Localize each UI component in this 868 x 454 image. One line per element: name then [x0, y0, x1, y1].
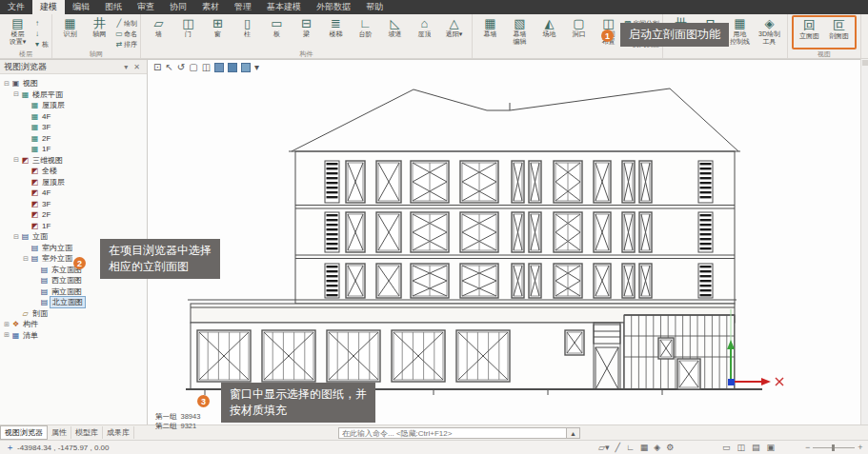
section-view-button[interactable]: 叵剖面图 [824, 17, 854, 48]
tree-expander-icon[interactable]: ⊟ [12, 233, 20, 241]
grid-label: 轴网 [93, 30, 107, 38]
panel-tab-属性[interactable]: 属性 [48, 426, 71, 439]
opening-button[interactable]: ▢洞口 [564, 15, 594, 49]
tree-item-屋顶层[interactable]: ◩屋顶层 [0, 177, 147, 188]
step-1-text: 启动立剖面图功能 [629, 27, 720, 43]
drawing-aid-icon-5[interactable]: ⚙ [666, 443, 674, 452]
zoom-out-button[interactable]: − [805, 443, 810, 452]
panel-tab-成果库[interactable]: 成果库 [103, 426, 134, 439]
tree-item-1F[interactable]: ◩1F [0, 221, 147, 232]
tree-item-3F[interactable]: ◩3F [0, 199, 147, 210]
tree-item-4F[interactable]: ◩4F [0, 188, 147, 199]
menu-tab-文件[interactable]: 文件 [0, 0, 32, 14]
tree-item-label: 北立面图 [50, 296, 86, 308]
menu-tab-协同[interactable]: 协同 [162, 0, 194, 14]
slab-button[interactable]: ▭板 [262, 15, 292, 49]
tree-item-楼层平面[interactable]: ⊟▦楼层平面 [0, 89, 147, 101]
menu-tab-基本建模[interactable]: 基本建模 [259, 0, 309, 14]
beam-button[interactable]: ⊟梁 [292, 15, 321, 49]
tree-expander-icon[interactable]: ⊟ [3, 80, 10, 88]
panel-pin-icon[interactable]: ▾ [121, 63, 131, 71]
door-button[interactable]: ◫门 [173, 15, 203, 49]
zoom-slider-track[interactable] [813, 447, 855, 448]
roof-button[interactable]: ⌂屋顶 [410, 15, 439, 49]
steps-button[interactable]: ∟台阶 [351, 15, 380, 49]
elevation-view-button[interactable]: 回立面图 [795, 17, 824, 48]
sort-button[interactable]: ⇄排序 [114, 39, 137, 49]
floor-down-button[interactable]: ↓ [32, 29, 49, 39]
menu-tab-管理[interactable]: 管理 [227, 0, 259, 14]
drawing-aid-icon-4[interactable]: ◈ [654, 443, 660, 452]
zoom-slider[interactable]: − + [805, 443, 863, 452]
zoom-in-button[interactable]: + [858, 443, 862, 452]
zoom-slider-thumb[interactable] [832, 444, 835, 451]
tree-item-剖面[interactable]: ▱剖面 [0, 308, 147, 320]
menu-tab-审查[interactable]: 审查 [130, 0, 162, 14]
tree-item-4F[interactable]: ▦4F [0, 111, 147, 123]
draw-button[interactable]: ╱绘制 [114, 18, 137, 29]
stair-icon: ≣ [331, 17, 341, 30]
grid-icon: 井 [93, 17, 106, 30]
command-input[interactable] [338, 427, 567, 439]
tree-item-2F[interactable]: ◩2F [0, 209, 147, 221]
command-expand-button[interactable]: ▲ [567, 427, 580, 439]
menu-tab-外部数据[interactable]: 外部数据 [309, 0, 358, 14]
ramp-button[interactable]: ◺坡道 [380, 15, 410, 49]
panel-tab-视图浏览器[interactable]: 视图浏览器 [0, 425, 48, 440]
tree-expander-icon[interactable]: ⊟ [12, 90, 20, 98]
drawing-aid-icon-3[interactable]: ▦ [640, 443, 649, 452]
tree-item-icon: ▤ [39, 287, 50, 296]
sunshade-button[interactable]: △遮阳▾ [439, 15, 469, 49]
status-view-icon-0[interactable]: ▭ [722, 443, 731, 452]
tree-item-icon: ▦ [30, 101, 40, 109]
tree-item-三维视图[interactable]: ⊟◩三维视图 [0, 155, 147, 167]
steps-icon: ∟ [359, 17, 372, 30]
tree-item-全楼[interactable]: ◩全楼 [0, 166, 147, 177]
3d-draw-tools-button[interactable]: ◈3D绘制 工具 [755, 15, 784, 49]
drawing-canvas[interactable]: ⊡↖↺▢◫▾ [148, 59, 860, 424]
canvas-scrollbar[interactable] [860, 59, 868, 424]
grid-button[interactable]: 井轴网 [85, 15, 114, 49]
tree-expander-icon[interactable]: ⊟ [22, 255, 30, 263]
status-view-icon-1[interactable]: ◫ [737, 443, 746, 452]
tree-item-1F[interactable]: ▦1F [0, 144, 147, 155]
tree-item-屋顶层[interactable]: ▦屋顶层 [0, 100, 147, 111]
naming-button[interactable]: ▭命名 [114, 29, 137, 39]
tree-item-构件[interactable]: ⊞❖构件 [0, 319, 147, 330]
site-button[interactable]: ◭场地 [535, 15, 564, 49]
tree-expander-icon[interactable]: ⊞ [3, 331, 10, 339]
window-button[interactable]: ⊞窗 [203, 15, 232, 49]
tree-item-北立面图[interactable]: ▤北立面图 [0, 297, 147, 308]
tree-item-清单[interactable]: ⊞▦清单 [0, 330, 147, 342]
site-control-line-button[interactable]: ▦用地 控制线 [725, 15, 755, 49]
stair-button[interactable]: ≣楼梯 [321, 15, 351, 49]
panel-tab-模型库[interactable]: 模型库 [71, 426, 103, 439]
drawing-aid-icon-1[interactable]: ╱ [615, 443, 619, 452]
curtain-wall-button[interactable]: ▦幕墙 [475, 15, 505, 49]
menu-tab-编辑[interactable]: 编辑 [65, 0, 97, 14]
status-view-icon-2[interactable]: ▤ [752, 443, 760, 452]
menu-tab-帮助[interactable]: 帮助 [358, 0, 391, 14]
drawing-aid-icon-0[interactable]: ▱▾ [598, 443, 609, 452]
tree-item-label: 立面 [30, 231, 50, 242]
drawing-aid-icon-2[interactable]: ∟ [626, 443, 635, 452]
wall-button[interactable]: ▱墙 [144, 15, 173, 49]
panel-close-icon[interactable]: ✕ [131, 63, 143, 71]
menu-tab-素材[interactable]: 素材 [194, 0, 227, 14]
status-view-icon-3[interactable]: ▣ [767, 443, 776, 452]
tree-item-label: 南立面图 [50, 286, 84, 297]
menu-tab-图纸[interactable]: 图纸 [97, 0, 130, 14]
menu-tab-建模[interactable]: 建模 [32, 0, 65, 14]
floor-up-button[interactable]: ↑ [32, 18, 49, 29]
floor-settings-button[interactable]: ▤楼层 设置▾ [3, 15, 32, 49]
column-button[interactable]: ▯柱 [232, 15, 262, 49]
curtain-wall-edit-button[interactable]: ▧幕墙 编辑 [505, 15, 535, 49]
tree-expander-icon[interactable]: ⊟ [12, 156, 20, 164]
building-select-button[interactable]: ▾栋 [32, 39, 49, 49]
recognize-button[interactable]: ▦识别 [55, 15, 85, 49]
draw-icon: ╱ [114, 19, 124, 28]
tree-item-3F[interactable]: ▦3F [0, 122, 147, 133]
tree-item-2F[interactable]: ▦2F [0, 133, 147, 145]
tree-item-视图[interactable]: ⊟▣视图 [0, 78, 147, 89]
tree-expander-icon[interactable]: ⊞ [3, 321, 10, 328]
